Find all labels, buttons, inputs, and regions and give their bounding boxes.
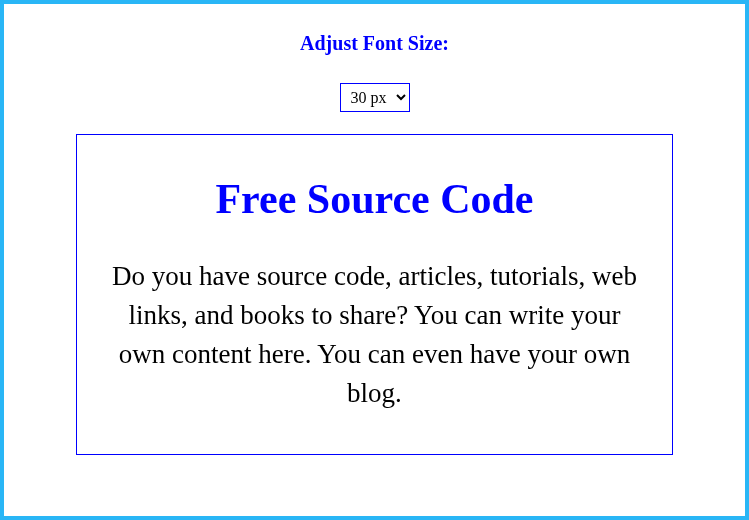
content-paragraph: Do you have source code, articles, tutor… — [107, 257, 642, 414]
adjust-font-size-label: Adjust Font Size: — [300, 32, 449, 55]
font-size-select[interactable]: 30 px — [340, 83, 410, 112]
content-title: Free Source Code — [107, 175, 642, 223]
font-size-select-wrapper: 30 px — [340, 83, 410, 112]
content-box: Free Source Code Do you have source code… — [76, 134, 673, 455]
